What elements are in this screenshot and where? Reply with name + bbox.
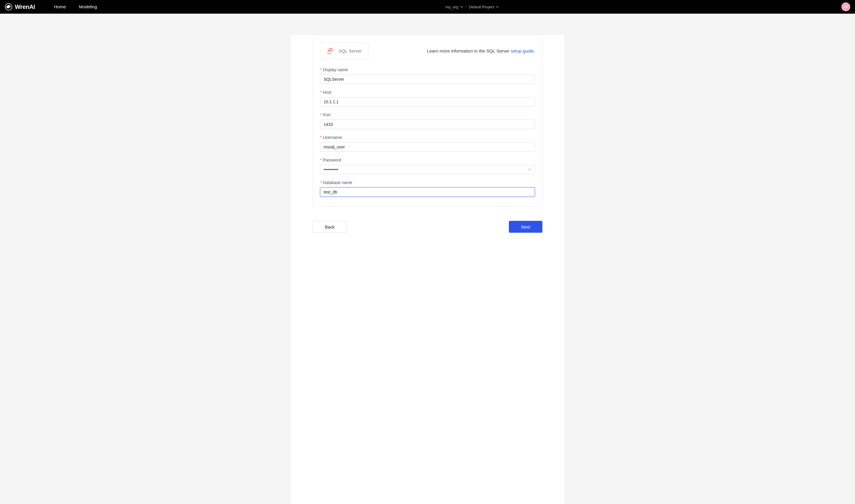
password-input[interactable]: [320, 165, 535, 174]
wren-logo-icon: [5, 3, 13, 11]
page-container: SQL Server Learn more information in the…: [291, 35, 564, 504]
chevron-down-icon: [496, 6, 499, 8]
brand-name: WrenAI: [15, 3, 35, 11]
datasource-header: SQL Server Learn more information in the…: [320, 42, 535, 59]
database-name-label: *Database name: [320, 180, 535, 185]
host-input[interactable]: [320, 97, 535, 107]
next-button[interactable]: Next: [509, 221, 542, 233]
datasource-label: SQL Server: [339, 48, 362, 53]
display-name-input[interactable]: [320, 74, 535, 84]
org-name: my_org: [445, 5, 458, 9]
username-input[interactable]: [320, 142, 535, 152]
field-username: *Username: [320, 135, 535, 152]
host-label: *Host: [320, 90, 535, 95]
org-selector[interactable]: my_org: [445, 5, 463, 9]
breadcrumb-separator: /: [465, 5, 467, 9]
sql-server-icon: [327, 47, 335, 55]
field-password: *Password: [320, 158, 535, 174]
info-suffix: .: [534, 48, 535, 53]
form-actions: Back Next: [313, 221, 542, 233]
port-label: *Port: [320, 112, 535, 117]
chevron-down-icon: [460, 6, 463, 8]
username-label: *Username: [320, 135, 535, 140]
project-selector[interactable]: Default Project: [469, 5, 499, 9]
connection-form-card: SQL Server Learn more information in the…: [313, 35, 542, 206]
field-port: *Port: [320, 112, 535, 129]
database-name-input[interactable]: [320, 187, 535, 197]
field-database-name: *Database name: [320, 180, 535, 197]
password-label: *Password: [320, 158, 535, 162]
info-prefix: Learn more information in the SQL Server: [427, 48, 511, 53]
port-input[interactable]: [320, 120, 535, 129]
svg-point-2: [327, 52, 331, 53]
app-header: WrenAI Home Modeling my_org / Default Pr…: [0, 0, 855, 14]
back-button[interactable]: Back: [313, 221, 347, 233]
svg-point-1: [9, 6, 10, 6]
display-name-label: *Display name: [320, 67, 535, 72]
setup-guide-link[interactable]: setup guide: [511, 48, 534, 53]
datasource-badge: SQL Server: [320, 42, 369, 59]
breadcrumb: my_org / Default Project: [104, 5, 840, 9]
project-name: Default Project: [469, 5, 494, 9]
nav-modeling[interactable]: Modeling: [73, 0, 103, 14]
logo[interactable]: WrenAI: [5, 3, 35, 11]
user-avatar[interactable]: TE: [841, 2, 850, 11]
field-host: *Host: [320, 90, 535, 107]
avatar-initials: TE: [844, 5, 848, 8]
nav-home[interactable]: Home: [48, 0, 72, 14]
eye-off-icon[interactable]: [527, 167, 532, 172]
field-display-name: *Display name: [320, 67, 535, 84]
datasource-info: Learn more information in the SQL Server…: [427, 48, 535, 53]
